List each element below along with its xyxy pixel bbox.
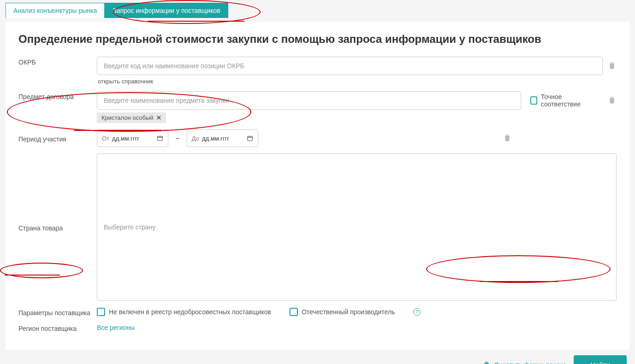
- exact-match-label: Точное соответствие: [541, 93, 589, 108]
- find-button[interactable]: Найти: [574, 355, 627, 364]
- tag-remove-icon[interactable]: ✕: [156, 114, 161, 121]
- region-select[interactable]: Все регионы: [97, 324, 617, 331]
- region-label: Регион поставщика: [18, 323, 97, 332]
- not-blacklist-checkbox[interactable]: [97, 308, 105, 316]
- exact-match-checkbox[interactable]: [530, 96, 537, 105]
- okrb-input[interactable]: [97, 57, 603, 75]
- supplier-params-label: Параметры поставщика: [18, 307, 97, 317]
- open-reference-link[interactable]: открыть справочник: [98, 78, 617, 85]
- domestic-label: Отечественный производитель: [302, 308, 395, 316]
- page-title: Определение предельной стоимости закупки…: [18, 33, 617, 46]
- delete-icon[interactable]: [607, 61, 617, 71]
- subject-tag: Кристалон особый ✕: [97, 112, 166, 123]
- not-blacklist-label: Не включен в реестр недобросовестных пос…: [109, 308, 271, 316]
- tab-market-analysis[interactable]: Анализ конъюнктуры рынка: [6, 3, 105, 18]
- svg-rect-0: [158, 136, 163, 141]
- subject-label: Предмет договора: [18, 91, 97, 100]
- calendar-icon: [247, 135, 253, 141]
- okrb-label: ОКРБ: [18, 57, 97, 66]
- svg-rect-1: [248, 136, 253, 141]
- help-icon[interactable]: ?: [413, 308, 421, 316]
- calendar-icon: [157, 135, 163, 141]
- subject-input[interactable]: [97, 91, 521, 110]
- clear-form-button[interactable]: Очистить форму поиска: [482, 360, 566, 364]
- tabs: Анализ конъюнктуры рынка Запрос информац…: [0, 0, 635, 18]
- period-label: Период участия: [18, 134, 97, 143]
- delete-icon[interactable]: [607, 95, 617, 106]
- tag-text: Кристалон особый: [101, 114, 154, 121]
- date-separator: –: [176, 135, 179, 142]
- tab-supplier-request[interactable]: Запрос информации у поставщиков: [105, 3, 228, 18]
- delete-icon[interactable]: [503, 133, 512, 144]
- domestic-checkbox[interactable]: [290, 308, 298, 316]
- trash-icon: [482, 360, 491, 364]
- country-label: Страна товара: [18, 223, 97, 232]
- country-input[interactable]: [97, 153, 617, 301]
- search-form-card: Определение предельной стоимости закупки…: [6, 22, 629, 350]
- action-bar: Очистить форму поиска Найти: [6, 355, 629, 364]
- date-from-input[interactable]: От дд.мм.гггг: [97, 129, 168, 147]
- date-to-input[interactable]: До дд.мм.гггг: [187, 129, 258, 147]
